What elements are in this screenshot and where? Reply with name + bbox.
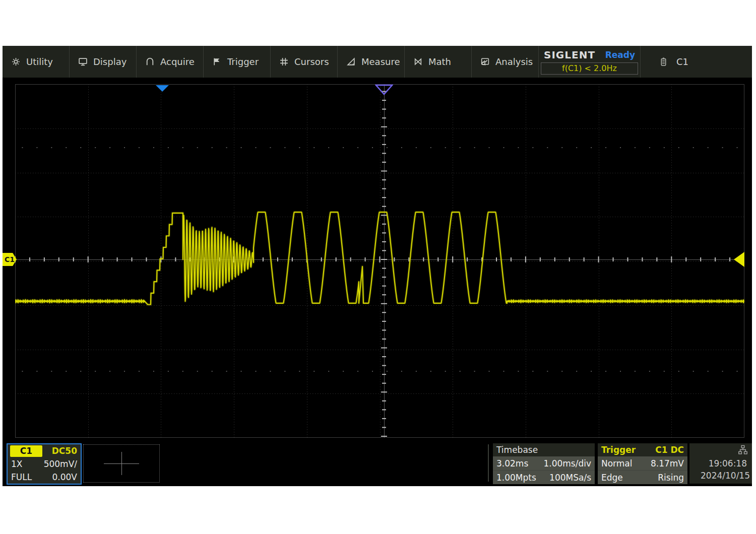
timebase-delay: 3.02ms: [496, 458, 528, 469]
trigger-title: Trigger: [601, 445, 636, 455]
menu-item-display[interactable]: Display: [70, 46, 137, 78]
add-channel-slot[interactable]: [83, 444, 160, 483]
menu-item-label: Acquire: [160, 56, 195, 67]
timebase-points: 1.00Mpts: [496, 473, 536, 483]
channel-offset: 0.00V: [52, 472, 77, 482]
menu-item-label: Analysis: [495, 56, 533, 67]
flag-icon: [212, 57, 222, 66]
acquisition-status: Ready: [605, 50, 635, 60]
cursors-icon: [279, 57, 289, 66]
screenshot-page: Utility Display Acquire Trigger: [0, 0, 756, 534]
clock-date: 2024/10/15: [701, 471, 750, 481]
trigger-delay-marker[interactable]: [155, 85, 169, 92]
trigger-panel[interactable]: Trigger C1 DC Normal 8.17mV Edge Rising: [598, 443, 687, 484]
frequency-counter: f(C1) < 2.0Hz: [541, 62, 638, 75]
channel-coupling: DC50: [52, 446, 77, 456]
channel-scale: 500mV/: [44, 459, 77, 469]
monitor-icon: [78, 57, 88, 66]
gear-icon: [11, 57, 21, 66]
analysis-icon: [480, 57, 490, 66]
menu-item-acquire[interactable]: Acquire: [137, 46, 204, 78]
trigger-position-marker[interactable]: [375, 84, 393, 95]
status-block: SIGLENT Ready f(C1) < 2.0Hz: [539, 46, 641, 78]
menu-item-trigger[interactable]: Trigger: [204, 46, 271, 78]
trigger-type: Edge: [601, 473, 623, 483]
channel-descriptor-box[interactable]: C1 DC50 1X 500mV/ FULL 0.00V: [7, 443, 82, 485]
network-icon: [738, 445, 748, 455]
timebase-panel[interactable]: Timebase 3.02ms 1.00ms/div 1.00Mpts 100M…: [493, 443, 595, 484]
channel-name-chip: C1: [10, 445, 42, 457]
menu-item-cursors[interactable]: Cursors: [271, 46, 338, 78]
trigger-source: C1 DC: [655, 445, 684, 455]
menu-item-label: Trigger: [227, 56, 259, 67]
menu-item-math[interactable]: Math: [405, 46, 472, 78]
channel-position-marker[interactable]: C1: [3, 253, 17, 266]
battery-icon: [659, 57, 668, 66]
menu-item-label: Utility: [26, 56, 53, 67]
active-channel-label[interactable]: C1: [676, 56, 688, 67]
menu-item-measure[interactable]: Measure: [338, 46, 405, 78]
trigger-level: 8.17mV: [651, 458, 684, 469]
channel-probe: 1X: [11, 459, 22, 469]
trigger-level-marker[interactable]: [734, 252, 744, 267]
channel-bandwidth: FULL: [11, 472, 32, 482]
waveform-canvas[interactable]: [15, 84, 744, 438]
bottom-status-bar: C1 DC50 1X 500mV/ FULL 0.00V Timebase: [3, 442, 752, 486]
clock-panel[interactable]: 19:06:18 2024/10/15: [689, 443, 752, 484]
trigger-slope: Rising: [658, 473, 684, 483]
timebase-scale: 1.00ms/div: [543, 458, 591, 469]
bottom-bar-divider: [488, 444, 489, 482]
timebase-samplerate: 100MSa/s: [549, 473, 591, 483]
menu-bar: Utility Display Acquire Trigger: [3, 46, 752, 78]
menu-bar-right: C1: [641, 46, 688, 78]
menu-item-label: Display: [93, 56, 127, 67]
acquire-icon: [145, 57, 155, 66]
trigger-mode: Normal: [601, 458, 633, 469]
add-channel-crosshair: [104, 463, 139, 464]
math-icon: [413, 57, 423, 66]
menu-item-utility[interactable]: Utility: [3, 46, 70, 78]
measure-icon: [346, 57, 356, 66]
menu-item-label: Math: [428, 56, 451, 67]
menu-item-label: Measure: [361, 56, 400, 67]
menu-item-label: Cursors: [294, 56, 329, 67]
clock-time: 19:06:18: [709, 458, 747, 469]
menu-item-analysis[interactable]: Analysis: [472, 46, 539, 78]
siglent-logo: SIGLENT: [544, 49, 595, 61]
timebase-title: Timebase: [496, 445, 538, 455]
oscilloscope-screen: Utility Display Acquire Trigger: [3, 46, 752, 486]
